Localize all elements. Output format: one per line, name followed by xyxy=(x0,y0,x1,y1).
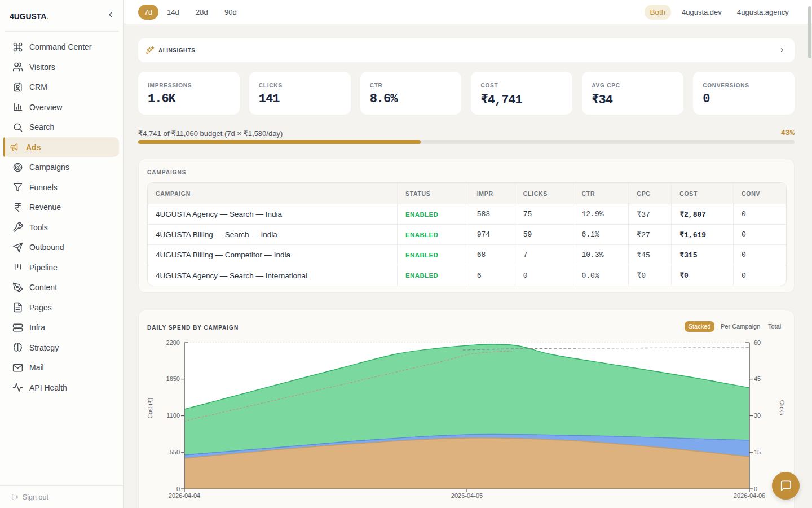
svg-text:45: 45 xyxy=(754,375,761,382)
svg-text:Clicks: Clicks xyxy=(779,400,785,415)
svg-text:2200: 2200 xyxy=(166,339,180,346)
svg-text:30: 30 xyxy=(754,412,761,419)
svg-text:550: 550 xyxy=(170,449,180,456)
svg-text:15: 15 xyxy=(754,449,761,456)
svg-text:1100: 1100 xyxy=(166,412,180,419)
svg-text:0: 0 xyxy=(176,485,180,492)
svg-text:60: 60 xyxy=(754,339,761,346)
svg-text:Cost (₹): Cost (₹) xyxy=(147,398,153,418)
svg-text:0: 0 xyxy=(754,485,757,492)
svg-text:2026-04-04: 2026-04-04 xyxy=(169,492,200,499)
svg-text:2026-04-05: 2026-04-05 xyxy=(451,492,483,499)
svg-text:2026-04-06: 2026-04-06 xyxy=(734,492,765,499)
svg-text:1650: 1650 xyxy=(166,375,180,382)
